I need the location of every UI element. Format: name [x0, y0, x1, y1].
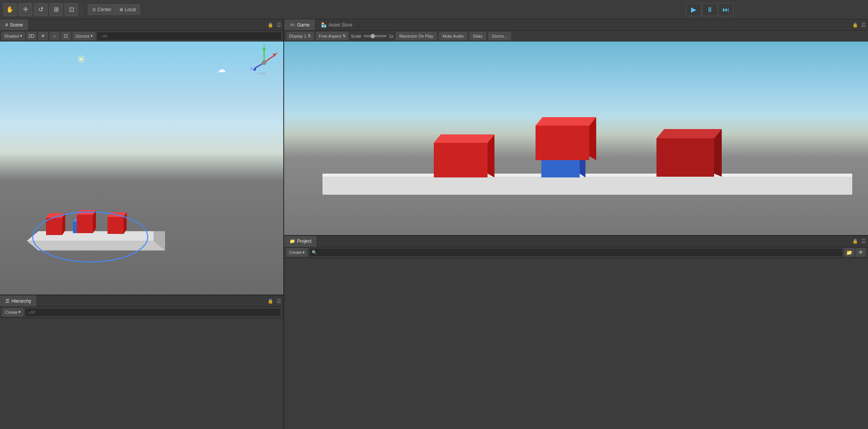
hierarchy-panel: ☰ Hierarchy 🔒 ☰ Create ▾	[0, 295, 283, 429]
local-button[interactable]: ⊕ Local	[115, 4, 140, 15]
center-button[interactable]: ⊙ Center	[88, 4, 115, 15]
scale-label: Scale	[351, 34, 362, 38]
shaded-label: Shaded	[4, 34, 19, 38]
project-create-button[interactable]: Create ▾	[286, 248, 308, 257]
scale-tool-button[interactable]: ⊞	[49, 3, 63, 16]
game-objects-svg	[322, 81, 860, 216]
tab-spacer-2	[37, 295, 266, 306]
svg-marker-11	[27, 241, 165, 250]
maximize-on-play-button[interactable]: Maximize On Play	[396, 32, 437, 40]
game-tab-label: Game	[297, 22, 310, 28]
display-chevron: ⇅	[308, 33, 311, 38]
project-menu-button[interactable]: ☰	[859, 236, 868, 247]
2d-button[interactable]: 2D	[26, 32, 36, 40]
left-panel: # Scene 🔒 ☰ Shaded ▾ 2D ☀ ♪ ⊡ Gizmos ▾	[0, 19, 284, 429]
svg-rect-38	[656, 138, 714, 177]
scene-tab[interactable]: # Scene	[0, 19, 29, 30]
project-eye-btn[interactable]: 👁	[856, 248, 866, 257]
toolbar-separator-1	[81, 4, 82, 15]
asset-store-icon: 🏪	[321, 22, 327, 28]
project-create-label: Create	[289, 250, 302, 255]
hierarchy-lock-icon[interactable]: 🔒	[266, 295, 274, 306]
project-lock-icon[interactable]: 🔒	[851, 236, 859, 247]
hand-tool-button[interactable]: ✋	[3, 3, 17, 16]
gizmos-game-label: Gizmo...	[492, 34, 508, 38]
asset-store-tab-label: Asset Store	[329, 22, 352, 28]
svg-rect-28	[322, 174, 852, 177]
gizmos-button[interactable]: Gizmo...	[488, 32, 511, 40]
svg-rect-32	[434, 143, 488, 177]
mute-label: Mute Audio	[443, 34, 464, 38]
scene-platform-svg	[19, 187, 173, 264]
step-button[interactable]: ⏭	[718, 3, 734, 16]
audio-button[interactable]: ♪	[50, 32, 60, 40]
project-create-chevron: ▾	[303, 250, 305, 255]
svg-marker-24	[107, 212, 127, 217]
maximize-label: Maximize On Play	[399, 34, 433, 38]
project-folder-btn[interactable]: 📁	[844, 248, 854, 257]
aspect-label: Free Aspect	[319, 34, 341, 38]
display-label: Display 1	[289, 34, 306, 38]
cloud-icon: ☁	[217, 65, 226, 75]
aspect-chevron: ⇅	[342, 33, 346, 38]
rect-tool-button[interactable]: ⊡	[64, 3, 78, 16]
stats-button[interactable]: Stats	[470, 32, 486, 40]
hierarchy-search-input[interactable]	[25, 308, 281, 316]
rotate-tool-button[interactable]: ↺	[34, 3, 48, 16]
asset-store-tab[interactable]: 🏪 Asset Store	[316, 19, 358, 30]
tab-spacer	[29, 19, 266, 30]
mute-audio-button[interactable]: Mute Audio	[439, 32, 467, 40]
tab-menu-button[interactable]: ☰	[274, 19, 283, 30]
lighting-button[interactable]: ☀	[38, 32, 48, 40]
hierarchy-tab-label: Hierarchy	[12, 298, 31, 304]
shaded-dropdown[interactable]: Shaded ▾	[2, 32, 25, 40]
project-search-input[interactable]	[309, 248, 843, 257]
main-toolbar: ✋ ✛ ↺ ⊞ ⊡ ⊙ Center ⊕ Local ▶ ⏸ ⏭	[0, 0, 868, 19]
hierarchy-tab-bar: ☰ Hierarchy 🔒 ☰	[0, 295, 283, 307]
scene-sky	[0, 41, 283, 181]
game-menu-button[interactable]: ☰	[859, 19, 868, 30]
svg-marker-18	[46, 213, 65, 218]
svg-text:z: z	[251, 66, 253, 70]
project-tab[interactable]: 📁 Project	[284, 236, 317, 247]
effects-button[interactable]: ⊡	[61, 32, 71, 40]
play-controls: ▶ ⏸ ⏭	[686, 3, 734, 16]
shaded-chevron: ▾	[20, 33, 22, 38]
scene-search-input[interactable]	[97, 32, 282, 40]
scene-objects	[19, 187, 165, 264]
hierarchy-create-button[interactable]: Create ▾	[2, 308, 23, 316]
svg-marker-33	[434, 134, 494, 143]
gizmos-dropdown[interactable]: Gizmos ▾	[73, 32, 96, 40]
scene-tab-label: Scene	[10, 22, 23, 28]
hierarchy-menu-button[interactable]: ☰	[274, 295, 283, 306]
hierarchy-tab[interactable]: ☰ Hierarchy	[0, 295, 37, 306]
sun-icon: ✳	[77, 53, 86, 66]
svg-marker-21	[77, 210, 96, 215]
aspect-dropdown[interactable]: Free Aspect ⇅	[316, 32, 349, 40]
tab-spacer-4	[317, 236, 851, 247]
pivot-group: ⊙ Center ⊕ Local	[88, 4, 140, 15]
scene-gizmo[interactable]: y x z ≡ Iso	[249, 43, 279, 78]
gizmos-label: Gizmos	[75, 34, 89, 38]
project-panel: 📁 Project 🔒 ☰ Create ▾ 📁 👁	[284, 235, 868, 429]
move-tool-button[interactable]: ✛	[18, 3, 32, 16]
svg-text:y: y	[263, 43, 265, 47]
pause-button[interactable]: ⏸	[702, 3, 718, 16]
svg-text:≡ Iso: ≡ Iso	[257, 71, 266, 76]
svg-text:x: x	[276, 51, 278, 55]
game-3d-view[interactable]	[284, 41, 868, 235]
svg-marker-1	[262, 46, 266, 50]
game-lock-icon[interactable]: 🔒	[851, 19, 859, 30]
center-label: Center	[98, 7, 111, 12]
display-dropdown[interactable]: Display 1 ⇅	[286, 32, 314, 40]
svg-rect-35	[536, 126, 589, 160]
scene-3d-view[interactable]: ✳ ☁ y x z ≡ Iso	[0, 41, 283, 295]
game-tab-bar: 🎮 Game 🏪 Asset Store 🔒 ☰	[284, 19, 868, 31]
2d-label: 2D	[28, 33, 35, 39]
lock-icon[interactable]: 🔒	[266, 19, 274, 30]
game-tab[interactable]: 🎮 Game	[284, 19, 316, 30]
svg-rect-27	[322, 174, 852, 195]
local-icon: ⊕	[119, 7, 123, 12]
play-button[interactable]: ▶	[686, 3, 701, 16]
scale-slider[interactable]	[364, 35, 387, 37]
